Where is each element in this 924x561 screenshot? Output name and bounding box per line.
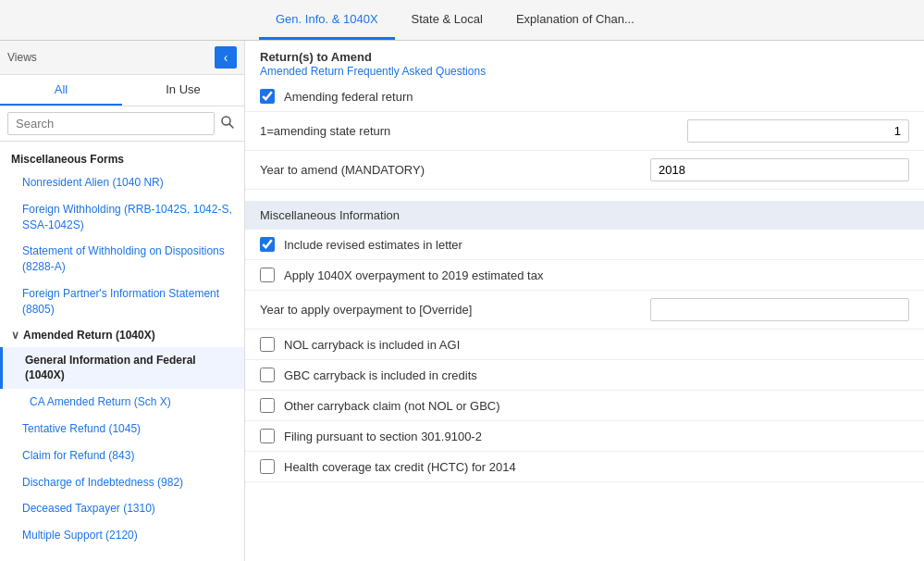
search-icon (220, 115, 235, 130)
checkbox-row-apply-overpayment: Apply 1040X overpayment to 2019 estimate… (245, 260, 924, 291)
year-apply-overpayment-label: Year to apply overpayment to [Override] (260, 303, 639, 317)
year-apply-overpayment-input[interactable] (650, 298, 909, 321)
other-carryback-checkbox[interactable] (260, 398, 275, 413)
nav-item-ca-amended[interactable]: CA Amended Return (Sch X) (0, 389, 244, 416)
misc-info-section-header: Miscellaneous Information (245, 201, 924, 230)
gbc-carryback-label: GBC carryback is included in credits (284, 368, 477, 382)
tab-in-use[interactable]: In Use (122, 75, 244, 106)
form-row-amending-state: 1=amending state return (245, 112, 924, 151)
filing-pursuant-checkbox[interactable] (260, 429, 275, 443)
checkbox-row-other-carryback: Other carryback claim (not NOL or GBC) (245, 391, 924, 421)
sidebar-title: Views (7, 51, 37, 64)
gbc-carryback-checkbox[interactable] (260, 368, 275, 382)
nav-item-tentative-refund[interactable]: Tentative Refund (1045) (0, 416, 244, 443)
checkbox-row-health-coverage: Health coverage tax credit (HCTC) for 20… (245, 452, 924, 482)
amending-state-input[interactable] (687, 119, 909, 143)
search-container (0, 106, 244, 142)
amending-federal-checkbox[interactable] (260, 89, 275, 104)
nol-carryback-label: NOL carryback is included in AGI (284, 338, 460, 352)
returns-to-amend-header: Return(s) to Amend Amended Return Freque… (245, 41, 924, 81)
tab-gen-info[interactable]: Gen. Info. & 1040X (259, 1, 395, 40)
amending-federal-label: Amending federal return (284, 90, 413, 104)
collapse-sidebar-button[interactable]: ‹ (215, 46, 237, 69)
apply-overpayment-checkbox[interactable] (260, 268, 275, 282)
health-coverage-checkbox[interactable] (260, 459, 275, 474)
chevron-down-icon: ∨ (11, 329, 19, 342)
checkbox-row-filing-pursuant: Filing pursuant to section 301.9100-2 (245, 421, 924, 452)
main-layout: Views ‹ All In Use Miscellaneous Forms N… (0, 41, 924, 561)
nav-item-discharge-indebtedness[interactable]: Discharge of Indebtedness (982) (0, 469, 244, 496)
nav-item-general-info-federal[interactable]: General Information and Federal (1040X) (0, 347, 244, 390)
filing-pursuant-label: Filing pursuant to section 301.9100-2 (284, 430, 482, 443)
year-to-amend-input[interactable] (650, 158, 909, 181)
tab-explanation[interactable]: Explanation of Chan... (499, 1, 651, 40)
nav-item-deceased-taxpayer[interactable]: Deceased Taxpayer (1310) (0, 495, 244, 522)
views-tabs: All In Use (0, 75, 244, 106)
search-input[interactable] (7, 112, 215, 135)
nav-item-foreign-partner[interactable]: Foreign Partner's Information Statement … (0, 280, 244, 323)
apply-overpayment-label: Apply 1040X overpayment to 2019 estimate… (284, 268, 543, 282)
sidebar: Views ‹ All In Use Miscellaneous Forms N… (0, 41, 245, 561)
amending-state-label: 1=amending state return (260, 124, 676, 138)
nav-item-foreign-withholding[interactable]: Foreign Withholding (RRB-1042S, 1042-S, … (0, 196, 244, 239)
tab-all[interactable]: All (0, 75, 122, 106)
nav-item-multiple-support[interactable]: Multiple Support (2120) (0, 522, 244, 549)
revised-estimates-checkbox[interactable] (260, 237, 275, 252)
returns-title: Return(s) to Amend (260, 50, 909, 64)
health-coverage-label: Health coverage tax credit (HCTC) for 20… (284, 460, 516, 474)
content-area: Return(s) to Amend Amended Return Freque… (245, 41, 924, 561)
tab-state-local[interactable]: State & Local (395, 1, 499, 40)
nav-item-nonresident-alien[interactable]: Nonresident Alien (1040 NR) (0, 169, 244, 196)
tab-bar: Gen. Info. & 1040X State & Local Explana… (0, 0, 924, 41)
revised-estimates-label: Include revised estimates in letter (284, 238, 462, 252)
form-row-year-to-amend: Year to amend (MANDATORY) (245, 151, 924, 190)
checkbox-row-nol-carryback: NOL carryback is included in AGI (245, 330, 924, 360)
other-carryback-label: Other carryback claim (not NOL or GBC) (284, 399, 500, 413)
checkbox-row-amending-federal: Amending federal return (245, 81, 924, 112)
sidebar-nav: Miscellaneous Forms Nonresident Alien (1… (0, 142, 244, 561)
checkbox-row-gbc-carryback: GBC carryback is included in credits (245, 360, 924, 391)
search-button[interactable] (218, 113, 237, 135)
nav-section-label: Amended Return (1040X) (23, 329, 155, 342)
form-row-year-apply-overpayment: Year to apply overpayment to [Override] (245, 291, 924, 330)
sidebar-header: Views ‹ (0, 41, 244, 75)
nav-item-claim-refund[interactable]: Claim for Refund (843) (0, 443, 244, 469)
svg-line-1 (229, 123, 233, 127)
nol-carryback-checkbox[interactable] (260, 337, 275, 352)
nav-item-statement-withholding[interactable]: Statement of Withholding on Dispositions… (0, 238, 244, 280)
checkbox-row-revised-estimates: Include revised estimates in letter (245, 230, 924, 260)
nav-section-amended-return[interactable]: ∨ Amended Return (1040X) (0, 323, 244, 347)
nav-group-misc-forms: Miscellaneous Forms (0, 145, 244, 169)
amended-return-faq-link[interactable]: Amended Return Frequently Asked Question… (260, 65, 486, 78)
year-to-amend-label: Year to amend (MANDATORY) (260, 163, 639, 177)
